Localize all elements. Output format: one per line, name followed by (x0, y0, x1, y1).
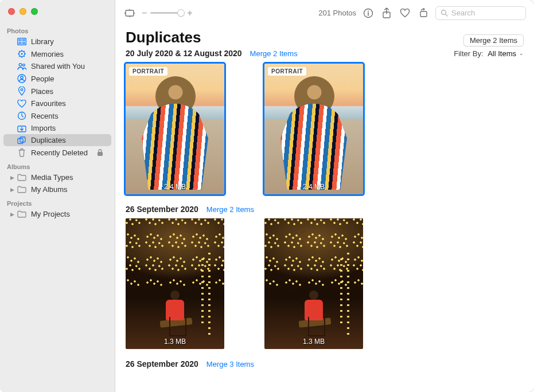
svg-point-10 (21, 76, 23, 79)
content-area: Duplicates Merge 2 Items 20 July 2020 & … (115, 26, 534, 392)
sidebar-item-my-albums[interactable]: ▶ My Albums (3, 183, 111, 195)
photo-thumbnail[interactable]: 1.3 MB (126, 218, 224, 349)
folder-icon (17, 174, 26, 181)
duplicate-group: 1.3 MB 1.3 MB (126, 218, 524, 349)
sidebar-item-shared-with-you[interactable]: Shared with You (3, 60, 111, 72)
heart-icon (17, 100, 26, 108)
aspect-toggle-icon[interactable] (123, 7, 136, 19)
svg-point-22 (442, 10, 446, 15)
photo-thumbnail[interactable]: 1.3 MB (264, 218, 363, 349)
sidebar-item-media-types[interactable]: ▶ Media Types (3, 171, 111, 183)
merge-selected-button[interactable]: Merge 2 Items (463, 34, 524, 46)
sidebar-item-label: Places (31, 87, 53, 96)
sidebar-item-label: Media Types (31, 173, 73, 182)
favourite-icon[interactable] (399, 7, 411, 19)
sidebar-item-people[interactable]: People (3, 72, 111, 85)
sidebar-item-duplicates[interactable]: Duplicates (3, 134, 111, 146)
search-placeholder: Search (451, 9, 475, 17)
clock-icon (17, 111, 26, 120)
sidebar-item-label: Memories (31, 50, 64, 58)
page-title: Duplicates (126, 29, 201, 46)
toolbar: − + 201 Photos Search (115, 0, 534, 26)
chevron-down-icon: ⌄ (519, 50, 524, 56)
svg-rect-1 (18, 39, 22, 41)
search-field[interactable]: Search (435, 6, 526, 20)
section-date: 26 September 2020 (126, 205, 198, 214)
zoom-slider-knob[interactable] (177, 9, 185, 17)
main-pane: − + 201 Photos Search Duplicates Merge 2… (115, 0, 534, 392)
merge-link[interactable]: Merge 3 Items (206, 360, 254, 369)
svg-point-11 (21, 89, 23, 91)
filter-value: All Items (488, 49, 516, 58)
sidebar-item-imports[interactable]: Imports (3, 122, 111, 134)
sidebar-item-memories[interactable]: Memories (3, 48, 111, 60)
svg-rect-2 (22, 39, 26, 41)
sidebar-item-label: Library (31, 37, 54, 46)
svg-point-19 (368, 10, 369, 11)
chevron-right-icon: ▶ (10, 211, 14, 217)
memories-icon (17, 49, 26, 58)
zoom-slider[interactable] (150, 12, 184, 14)
maximize-window-button[interactable] (31, 8, 38, 15)
lock-icon (97, 149, 103, 156)
merge-link[interactable]: Merge 2 Items (206, 205, 254, 214)
sidebar-item-label: Duplicates (31, 136, 66, 144)
zoom-in-button[interactable]: + (187, 8, 192, 18)
minimize-window-button[interactable] (20, 8, 26, 15)
svg-rect-16 (98, 152, 103, 156)
svg-point-7 (19, 63, 22, 66)
places-icon (17, 87, 26, 96)
sidebar-item-places[interactable]: Places (3, 85, 111, 97)
sidebar: Photos Library Memories Shared with You … (0, 0, 115, 392)
sidebar-item-recently-deleted[interactable]: Recently Deleted (3, 146, 111, 159)
sidebar-item-library[interactable]: Library (3, 36, 111, 48)
svg-rect-4 (22, 42, 26, 44)
file-size-label: 2.4 MB (303, 183, 325, 191)
folder-icon (17, 186, 26, 193)
sidebar-item-label: People (31, 75, 54, 83)
sidebar-item-label: Recently Deleted (31, 148, 88, 157)
duplicate-group: PORTRAIT 2.4 MB PORTRAIT 2.4 MB (126, 64, 524, 194)
svg-point-6 (21, 53, 22, 54)
sidebar-item-label: Imports (31, 124, 56, 132)
shared-icon (17, 62, 26, 70)
chevron-right-icon: ▶ (10, 187, 14, 193)
rotate-icon[interactable] (417, 7, 430, 19)
file-size-label: 2.4 MB (164, 183, 186, 191)
section-date: 20 July 2020 & 12 August 2020 (126, 49, 242, 58)
chevron-right-icon: ▶ (10, 175, 14, 181)
filter-label: Filter By: (454, 49, 483, 58)
sidebar-item-my-projects[interactable]: ▶ My Projects (3, 208, 111, 220)
filter-control[interactable]: Filter By: All Items ⌄ (454, 49, 524, 58)
window-traffic-lights (0, 0, 115, 23)
duplicates-icon (17, 136, 26, 144)
svg-rect-17 (126, 10, 134, 16)
sidebar-group-projects-label: Projects (0, 195, 115, 208)
zoom-out-button[interactable]: − (142, 8, 147, 18)
merge-link[interactable]: Merge 2 Items (250, 49, 298, 58)
sidebar-group-photos-label: Photos (0, 23, 115, 36)
sidebar-item-recents[interactable]: Recents (3, 109, 111, 122)
portrait-badge: PORTRAIT (268, 67, 306, 76)
close-window-button[interactable] (8, 8, 15, 15)
photo-count: 201 Photos (318, 9, 356, 17)
info-icon[interactable] (362, 7, 375, 19)
share-icon[interactable] (380, 7, 393, 19)
imports-icon (17, 124, 26, 132)
file-size-label: 1.3 MB (303, 338, 325, 346)
people-icon (17, 74, 26, 83)
sidebar-item-label: Recents (31, 112, 59, 120)
portrait-badge: PORTRAIT (129, 67, 167, 76)
trash-icon (17, 148, 26, 157)
photo-thumbnail[interactable]: PORTRAIT 2.4 MB (264, 64, 363, 194)
section-date: 26 September 2020 (126, 359, 198, 369)
sidebar-item-favourites[interactable]: Favourites (3, 97, 111, 109)
sidebar-item-label: Favourites (31, 99, 66, 108)
sidebar-group-albums-label: Albums (0, 159, 115, 171)
sidebar-item-label: Shared with You (31, 62, 85, 70)
file-size-label: 1.3 MB (164, 338, 186, 346)
photo-thumbnail[interactable]: PORTRAIT 2.4 MB (126, 64, 224, 194)
sidebar-item-label: My Albums (31, 185, 68, 194)
svg-rect-3 (18, 42, 22, 44)
svg-rect-21 (420, 11, 427, 17)
